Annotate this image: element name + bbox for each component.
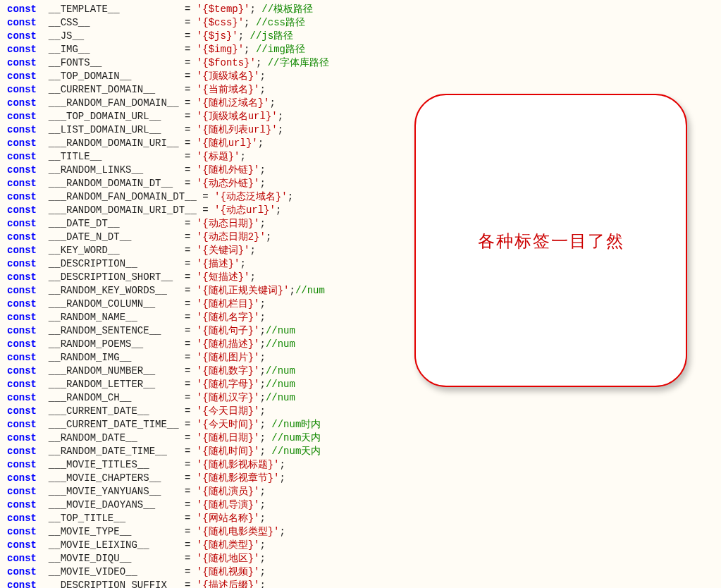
code-line: const ___RANDOM_CH__ = '{随机汉字}';//num [7,391,721,405]
code-line: const ___MOVIE_YANYUANS__ = '{随机演员}'; [7,485,721,498]
code-line: const __DESCRIPTION_SUFFIX__ = '{描述后缀}'; [7,579,721,588]
code-line: const ___MOVIE_DAOYANS__ = '{随机导演}'; [7,498,721,512]
screenshot-root: const __TEMPLATE__ = '{$temp}'; //模板路径co… [0,0,721,588]
code-line: const __RANDOM_DATE__ = '{随机日期}'; //num天… [7,431,721,445]
code-line: const __MOVIE_DIQU__ = '{随机地区}'; [7,552,721,565]
code-line: const __IMG__ = '{$img}'; //img路径 [7,43,721,56]
annotation-text: 各种标签一目了然 [478,234,624,247]
code-line: const __JS__ = '{$js}'; //js路径 [7,30,721,43]
code-line: const __RANDOM_DATE_TIME__ = '{随机时间}'; /… [7,445,721,458]
code-line: const ___CURRENT_DATE_TIME__ = '{今天时间}';… [7,418,721,431]
code-line: const __CSS__ = '{$css}'; //css路径 [7,16,721,30]
code-line: const __FONTS__ = '{$fonts}'; //字体库路径 [7,56,721,70]
code-line: const __TOP_DOMAIN__ = '{顶级域名}'; [7,70,721,83]
code-line: const __TEMPLATE__ = '{$temp}'; //模板路径 [7,3,721,16]
code-line: const __MOVIE_TYPE__ = '{随机电影类型}'; [7,525,721,539]
code-line: const __MOVIE_VIDEO__ = '{随机视频}'; [7,565,721,579]
annotation-callout: 各种标签一目了然 [414,94,687,387]
code-line: const ___CURRENT_DATE__ = '{今天日期}'; [7,405,721,418]
code-line: const __TOP_TITLE__ = '{网站名称}'; [7,512,721,525]
code-line: const ___MOVIE_CHAPTERS__ = '{随机影视章节}'; [7,472,721,485]
code-line: const ___MOVIE_TITLES__ = '{随机影视标题}'; [7,458,721,472]
code-line: const __MOVIE_LEIXING__ = '{随机类型}'; [7,539,721,552]
